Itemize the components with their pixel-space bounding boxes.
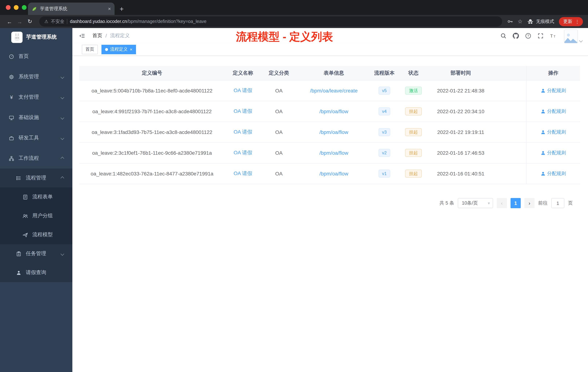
reload-icon[interactable]: ↻: [25, 18, 34, 25]
zoom-window-button[interactable]: [22, 5, 27, 10]
browser-menu-icon[interactable]: ⋮: [575, 19, 580, 24]
fullscreen-icon[interactable]: [537, 33, 544, 39]
status-badge: 激活: [405, 87, 422, 95]
tags-view-bar: 首页 流程定义 ×: [72, 43, 588, 56]
sidebar-item-leave-query[interactable]: 请假查询: [0, 263, 72, 282]
toolbox-icon: [9, 135, 14, 141]
sidebar-item-process-form[interactable]: 流程表单: [0, 187, 72, 206]
page-size-select[interactable]: 10条/页 ▾: [458, 198, 493, 208]
form-link[interactable]: /bpm/oa/flow: [297, 129, 371, 135]
cell-category: OA: [261, 129, 297, 135]
dashboard-icon: [9, 54, 14, 59]
col-definition-name: 定义名称: [225, 70, 261, 76]
github-icon[interactable]: [513, 33, 519, 39]
app-header: 首页 / 流程定义 流程模型 - 定义列表 ?: [72, 28, 588, 43]
sidebar-item-workflow[interactable]: 工作流程: [0, 148, 72, 169]
cell-status: 挂起: [398, 149, 429, 157]
next-page-button[interactable]: ›: [524, 198, 535, 208]
cell-deploy-time: 2022-01-22 20:34:10: [429, 109, 492, 114]
goto-label: 前往: [538, 200, 548, 206]
font-size-icon[interactable]: TT: [550, 33, 556, 39]
back-icon[interactable]: ←: [5, 18, 14, 25]
cell-action: 分配规则: [526, 101, 580, 121]
breadcrumb: 首页 / 流程定义: [92, 33, 130, 39]
sidebar-item-process-manage[interactable]: 流程管理: [0, 169, 72, 187]
col-form-info: 表单信息: [297, 70, 371, 76]
definition-name-link[interactable]: OA 请假: [225, 170, 261, 177]
app-title: 芋道管理系统: [26, 34, 57, 40]
definition-name-link[interactable]: OA 请假: [225, 129, 261, 135]
tag-close-icon[interactable]: ×: [130, 47, 132, 52]
form-link[interactable]: /bpm/oa/flow: [297, 171, 371, 176]
address-bar[interactable]: ⚠ 不安全 dashboard.yudao.iocoder.cn/bpm/man…: [39, 16, 502, 27]
table-row: oa_leave:1:482ec033-762a-11ec-8477-a2380…: [79, 164, 580, 184]
prev-page-button[interactable]: ‹: [497, 198, 507, 208]
minimize-window-button[interactable]: [14, 5, 19, 10]
user-menu[interactable]: [564, 28, 582, 43]
tag-label: 流程定义: [110, 46, 128, 52]
tag-home[interactable]: 首页: [82, 44, 98, 54]
page-size-value: 10条/页: [462, 200, 478, 206]
form-link[interactable]: /bpm/oa/flow: [297, 109, 371, 114]
col-action: 操作: [526, 66, 580, 80]
sidebar-item-infrastructure[interactable]: 基础设施: [0, 107, 72, 128]
assign-rule-link[interactable]: 分配规则: [541, 170, 566, 177]
sidebar-item-devtools[interactable]: 研发工具: [0, 128, 72, 148]
sidebar-item-label: 用户分组: [32, 213, 53, 219]
search-icon[interactable]: [500, 33, 506, 39]
sidebar-logo[interactable]: 芋道管理系统: [0, 28, 72, 46]
chevron-down-icon: [61, 95, 64, 99]
assign-rule-link[interactable]: 分配规则: [541, 129, 566, 135]
breadcrumb-home[interactable]: 首页: [92, 33, 102, 39]
definition-name-link[interactable]: OA 请假: [225, 87, 261, 94]
sidebar-item-system[interactable]: 系统管理: [0, 67, 72, 87]
help-icon[interactable]: ?: [525, 33, 531, 39]
sidebar-item-task-manage[interactable]: 任务管理: [0, 244, 72, 263]
tab-title: 芋道管理系统: [40, 6, 105, 12]
browser-tab[interactable]: 芋道管理系统 ×: [28, 2, 115, 15]
form-icon: [22, 194, 28, 200]
version-tag: v3: [378, 128, 390, 136]
sidebar: 芋道管理系统 首页 系统管理 ¥ 支付管理: [0, 28, 72, 372]
breadcrumb-separator: /: [105, 33, 107, 38]
assign-rule-link[interactable]: 分配规则: [541, 87, 566, 94]
status-badge: 挂起: [405, 169, 422, 178]
form-link[interactable]: /bpm/oa/leave/create: [297, 88, 371, 94]
bookmark-star-icon[interactable]: ☆: [518, 18, 523, 25]
page-number-button[interactable]: 1: [511, 198, 521, 208]
sidebar-item-process-model[interactable]: 流程模型: [0, 225, 72, 244]
tab-close-icon[interactable]: ×: [108, 6, 111, 11]
cell-version: v4: [371, 107, 398, 116]
assign-rule-link[interactable]: 分配规则: [541, 108, 566, 115]
page-annotation: 流程模型 - 定义列表: [236, 30, 333, 44]
chevron-down-icon: [61, 116, 64, 119]
new-tab-button[interactable]: +: [120, 5, 124, 12]
col-deploy-time: 部署时间: [429, 70, 492, 76]
sidebar-item-user-group[interactable]: 用户分组: [0, 206, 72, 225]
definition-name-link[interactable]: OA 请假: [225, 108, 261, 115]
cell-deploy-time: 2022-01-22 19:19:11: [429, 129, 492, 135]
version-tag: v1: [378, 169, 390, 178]
sidebar-item-home[interactable]: 首页: [0, 46, 72, 67]
key-icon[interactable]: [507, 19, 513, 24]
definition-table: 定义编号 定义名称 定义分类 表单信息 流程版本 状态 部署时间 操作 oa_l…: [79, 66, 580, 184]
assign-rule-label: 分配规则: [547, 108, 566, 115]
table-row: oa_leave:3:1fad3d93-7b75-11ec-a3c8-acde4…: [79, 122, 580, 143]
sidebar-fold-icon[interactable]: [79, 33, 85, 39]
tag-process-definition[interactable]: 流程定义 ×: [101, 44, 136, 54]
cell-definition-id: oa_leave:2:3c1f0ef1-76b1-11ec-9c66-a2380…: [79, 150, 225, 156]
cell-category: OA: [261, 171, 297, 176]
cell-category: OA: [261, 109, 297, 114]
assign-rule-link[interactable]: 分配规则: [541, 150, 566, 156]
update-button[interactable]: 更新 ⋮: [559, 17, 583, 26]
sidebar-item-payment[interactable]: ¥ 支付管理: [0, 87, 72, 107]
forward-icon[interactable]: →: [15, 18, 24, 25]
definition-name-link[interactable]: OA 请假: [225, 150, 261, 156]
svg-text:T: T: [554, 35, 556, 38]
user-icon: [541, 171, 545, 176]
browser-toolbar: ← → ↻ ⚠ 不安全 dashboard.yudao.iocoder.cn/b…: [0, 15, 588, 28]
cell-category: OA: [261, 88, 297, 94]
close-window-button[interactable]: [6, 5, 10, 10]
form-link[interactable]: /bpm/oa/flow: [297, 150, 371, 156]
goto-page-input[interactable]: [551, 198, 564, 208]
